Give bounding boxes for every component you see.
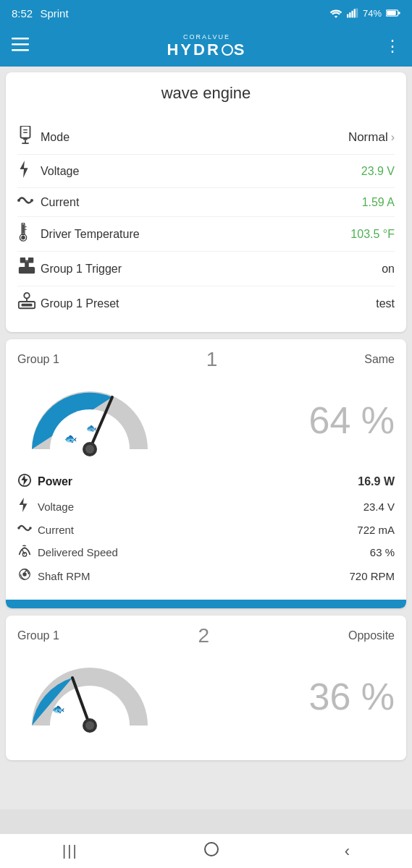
- group-preset-label: Group 1 Preset: [41, 297, 376, 310]
- svg-point-38: [85, 445, 94, 454]
- group-preset-icon: [17, 292, 41, 315]
- voltage-row: Voltage 23.9 V: [17, 155, 395, 188]
- svg-rect-9: [12, 43, 29, 46]
- signal-icon: [347, 8, 358, 18]
- shaft-rpm-row: Shaft RPM 720 RPM: [17, 563, 395, 588]
- svg-point-23: [21, 236, 25, 240]
- svg-rect-29: [25, 262, 29, 267]
- svg-marker-42: [21, 475, 28, 486]
- wave-engine-card: wave engine Mode Normal ›: [6, 72, 406, 332]
- app-title: CORALVUE HYDRS: [167, 33, 246, 59]
- svg-rect-10: [12, 49, 29, 51]
- status-bar: 8:52 Sprint 74%: [0, 0, 412, 26]
- svg-point-31: [24, 293, 29, 298]
- group-2-number: 2: [198, 624, 210, 647]
- more-button[interactable]: ⋮: [384, 37, 400, 56]
- driver-temp-value: 103.5 °F: [350, 228, 395, 241]
- svg-text:🐟: 🐟: [52, 703, 65, 715]
- main-content: wave engine Mode Normal ›: [0, 67, 412, 809]
- group-2-gauge-row: 🐟 36 %: [6, 647, 406, 740]
- svg-point-45: [29, 527, 32, 529]
- svg-rect-56: [205, 843, 218, 856]
- group-1-stats: Power 16.9 W Voltage 23.4 V: [6, 464, 406, 600]
- voltage-label: Voltage: [41, 165, 361, 178]
- status-time: 8:52 Sprint: [12, 7, 69, 20]
- group-1-number: 1: [206, 348, 218, 371]
- g1-voltage-icon: [17, 498, 38, 515]
- delivered-speed-value: 63 %: [370, 546, 395, 558]
- g1-voltage-label: Voltage: [38, 501, 363, 513]
- power-row: Power 16.9 W: [17, 469, 395, 494]
- group-1-header: Group 1 1 Same: [6, 339, 406, 371]
- driver-temp-label: Driver Temperature: [41, 228, 350, 241]
- svg-rect-28: [24, 260, 29, 262]
- delivered-speed-row: Delivered Speed 63 %: [17, 540, 395, 563]
- g1-voltage-row: Voltage 23.4 V: [17, 494, 395, 519]
- power-value: 16.9 W: [358, 475, 395, 488]
- g1-current-value: 722 mA: [357, 524, 395, 536]
- group-trigger-value: on: [382, 263, 395, 276]
- svg-line-50: [25, 571, 27, 573]
- top-bar: CORALVUE HYDRS ⋮: [0, 26, 412, 67]
- group-1-gauge-row: 🐟 🐟 64 %: [6, 371, 406, 464]
- speed-icon: [17, 544, 38, 560]
- group-trigger-row[interactable]: Group 1 Trigger on: [17, 252, 395, 286]
- current-row: Current 1.59 A: [17, 188, 395, 217]
- group-card-2: Group 1 2 Opposite: [6, 616, 406, 760]
- svg-rect-4: [356, 9, 358, 18]
- g1-current-icon: [17, 522, 38, 537]
- svg-marker-17: [20, 161, 28, 178]
- voltage-icon: [17, 161, 41, 182]
- group-2-label: Group 1: [17, 629, 59, 642]
- shaft-rpm-label: Shaft RPM: [38, 570, 349, 582]
- mode-value: Normal ›: [348, 130, 395, 145]
- current-value: 1.59 A: [362, 196, 395, 209]
- mode-arrow-icon: ›: [391, 131, 395, 144]
- svg-point-44: [17, 527, 20, 529]
- mode-row[interactable]: Mode Normal ›: [17, 120, 395, 155]
- svg-point-54: [85, 721, 94, 730]
- group-preset-value: test: [376, 297, 395, 310]
- svg-point-46: [22, 553, 26, 556]
- wave-engine-title: wave engine: [17, 84, 395, 109]
- svg-rect-1: [349, 12, 350, 17]
- power-icon: [17, 473, 38, 490]
- nav-back-button[interactable]: ‹: [345, 842, 350, 861]
- svg-rect-21: [22, 224, 24, 234]
- svg-point-49: [22, 572, 26, 576]
- group-1-label: Group 1: [17, 353, 59, 366]
- svg-rect-33: [22, 304, 33, 307]
- g1-current-label: Current: [38, 524, 357, 536]
- nav-bar: ||| ‹: [0, 833, 412, 868]
- svg-rect-3: [354, 9, 356, 17]
- svg-rect-7: [387, 11, 396, 15]
- svg-rect-6: [398, 12, 400, 14]
- battery-icon: [386, 9, 400, 17]
- group-2-mode: Opposite: [348, 629, 395, 642]
- svg-text:🐟: 🐟: [64, 433, 77, 445]
- svg-rect-0: [347, 14, 348, 18]
- svg-marker-43: [20, 498, 28, 512]
- status-icons: 74%: [329, 8, 400, 19]
- group-trigger-icon: [17, 258, 41, 280]
- group-2-header: Group 1 2 Opposite: [6, 616, 406, 647]
- gauge-1: 🐟 🐟: [17, 377, 162, 464]
- group-1-mode: Same: [364, 353, 395, 366]
- driver-temp-row: Driver Temperature 103.5 °F: [17, 217, 395, 252]
- svg-rect-14: [23, 138, 28, 140]
- group-2-percent: 36 %: [308, 675, 395, 718]
- wifi-icon: [329, 8, 342, 18]
- group-card-1: Group 1 1 Same: [6, 339, 406, 608]
- mode-label: Mode: [41, 131, 348, 144]
- nav-home-button[interactable]: [203, 841, 220, 862]
- rpm-icon: [17, 567, 38, 584]
- mode-icon: [17, 126, 41, 148]
- svg-text:🐟: 🐟: [86, 422, 97, 433]
- group-1-blue-strip: [6, 600, 406, 608]
- current-icon: [17, 194, 41, 210]
- battery-text: 74%: [363, 8, 382, 19]
- nav-recents-button[interactable]: |||: [62, 843, 78, 859]
- hamburger-button[interactable]: [12, 37, 29, 56]
- group-preset-row[interactable]: Group 1 Preset test: [17, 286, 395, 320]
- svg-rect-8: [12, 38, 29, 40]
